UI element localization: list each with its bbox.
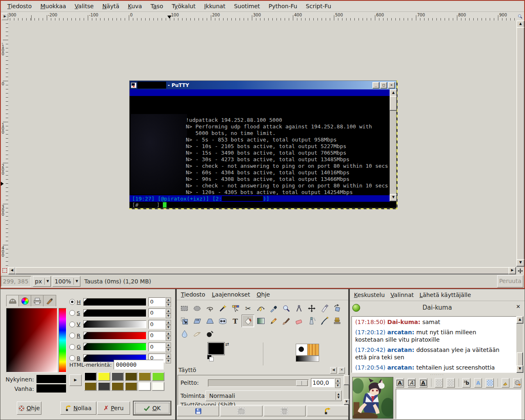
menu-item-ikkunat[interactable]: Ikkunat	[204, 3, 226, 9]
menu-item-script-fu[interactable]: Script-Fu	[306, 3, 331, 9]
tool-scissors[interactable]: ✂	[242, 302, 254, 315]
menu-item-kuva[interactable]: Kuva	[128, 3, 142, 9]
close-options-icon[interactable]: ✕	[338, 367, 345, 374]
close-tab-icon[interactable]: ✕	[516, 304, 520, 310]
palette-swatch[interactable]	[152, 372, 164, 381]
palette-swatch[interactable]	[152, 382, 164, 391]
palette-swatch[interactable]	[98, 372, 110, 381]
active-gradient-swatch[interactable]	[296, 356, 319, 362]
chat-scrollbar[interactable]: ▲ ▼	[516, 316, 523, 373]
background-color-button[interactable]	[486, 378, 494, 388]
quickmask-toggle[interactable]	[1, 267, 8, 274]
tool-clone[interactable]	[331, 315, 343, 327]
saturation-value-square[interactable]	[6, 308, 57, 372]
channel-radio-g[interactable]	[69, 344, 75, 350]
tool-ellipse-select[interactable]	[191, 302, 203, 315]
options-scrollbar[interactable]: ▼	[344, 375, 349, 405]
channel-radio-r[interactable]	[69, 333, 75, 338]
canvas-horizontal-scrollbar[interactable]: ◀ ▶	[8, 267, 516, 274]
tool-rect-select[interactable]	[178, 302, 191, 315]
channel-radio-h[interactable]	[69, 299, 75, 305]
palette-swatch[interactable]	[138, 372, 151, 381]
opacity-spinner[interactable]: ▲▼	[335, 378, 340, 387]
spinner-arrows[interactable]: ▲▼	[166, 297, 171, 306]
ruler-menu-button[interactable]: ▶	[2, 13, 8, 20]
channel-value-r[interactable]: 0	[148, 331, 166, 340]
opacity-slider[interactable]	[208, 379, 309, 387]
tool-rotate[interactable]	[331, 302, 343, 315]
channel-slider-g[interactable]	[83, 343, 146, 351]
tool-select-by-color[interactable]	[229, 302, 242, 315]
nollaa-button[interactable]: Nollaa	[60, 402, 96, 415]
channel-radio-s[interactable]	[69, 310, 75, 316]
html-notation-input[interactable]: 000000	[114, 360, 164, 370]
font-color-button[interactable]: A	[474, 378, 482, 388]
active-pattern-swatch[interactable]	[307, 344, 319, 356]
tab-color-wheel[interactable]	[18, 295, 32, 306]
tool-shear[interactable]	[191, 315, 203, 327]
foreground-color-swatch[interactable]	[208, 342, 224, 355]
italic-button[interactable]: A	[408, 378, 416, 388]
scroll-left-button[interactable]: ◀	[8, 267, 16, 274]
zoom-follow-button[interactable]	[516, 12, 524, 21]
chat-tab[interactable]: Dai-kuma ✕	[350, 301, 525, 315]
palette-swatch[interactable]	[84, 382, 97, 391]
active-brush-swatch[interactable]	[296, 344, 308, 356]
canvas-vertical-scrollbar[interactable]: ▲ ▼	[516, 21, 524, 267]
tab-menu-button[interactable]: ◀	[330, 367, 337, 374]
channel-slider-s[interactable]	[83, 309, 146, 317]
palette-swatch[interactable]	[84, 372, 97, 381]
palette-swatch[interactable]	[125, 382, 137, 391]
spinner-arrows[interactable]: ▲▼	[166, 342, 171, 352]
scrollbar-thumb[interactable]	[344, 375, 349, 385]
menu-item-valitse[interactable]: Valitse	[75, 3, 94, 9]
tool-eraser[interactable]	[292, 315, 305, 327]
peru-button[interactable]: ✗Peru	[97, 402, 130, 415]
mode-select[interactable]: Normaali ▲▼	[205, 390, 342, 401]
tool-gradient[interactable]	[254, 315, 267, 327]
save-options-button[interactable]	[177, 406, 219, 416]
cancel-progress-button[interactable]: Peruuta	[497, 275, 523, 288]
scrollbar-thumb[interactable]	[15, 267, 509, 274]
spinner-arrows[interactable]: ▲▼	[166, 331, 171, 340]
channel-value-g[interactable]: 0	[148, 342, 166, 352]
menu-item-valinnat[interactable]: Valinnat	[390, 292, 414, 298]
default-colors-icon[interactable]	[207, 355, 213, 361]
zoom-select[interactable]: 100% ▼	[52, 276, 80, 287]
palette-swatch[interactable]	[111, 372, 124, 381]
tool-color-picker[interactable]	[267, 302, 280, 315]
resize-grip[interactable]: ·······	[350, 374, 525, 377]
tool-pencil[interactable]	[267, 315, 280, 327]
scroll-up-button[interactable]: ▲	[516, 316, 523, 324]
menu-item-ohje[interactable]: Ohje	[257, 291, 270, 298]
scrollbar-thumb[interactable]	[517, 352, 523, 367]
scroll-down-button[interactable]: ▼	[344, 399, 349, 405]
tool-free-select[interactable]	[203, 302, 216, 315]
bold-button[interactable]: A	[396, 378, 404, 388]
tool-zoom[interactable]	[280, 302, 292, 315]
channel-value-s[interactable]: 0	[148, 308, 166, 317]
spinner-arrows[interactable]: ▲▼	[166, 320, 171, 329]
slider-thumb[interactable]	[296, 380, 308, 386]
spinner-arrows[interactable]: ▲▼	[166, 354, 171, 363]
scroll-right-button[interactable]: ▶	[509, 267, 516, 274]
smiley-menu-button[interactable]: ☺	[513, 378, 521, 388]
channel-slider-h[interactable]	[83, 298, 146, 306]
clear-formatting-button[interactable]	[502, 378, 510, 388]
tool-dodge-burn[interactable]	[203, 327, 216, 340]
vertical-ruler[interactable]: -1000100200300400	[1, 21, 9, 267]
palette-expand-button[interactable]: ▶	[69, 374, 82, 386]
scroll-down-button[interactable]: ▼	[516, 365, 523, 373]
minimize-button[interactable]: _	[372, 82, 379, 89]
channel-slider-r[interactable]	[83, 332, 146, 340]
tab-print-colors[interactable]	[31, 295, 44, 306]
tool-flip[interactable]	[216, 315, 229, 327]
hue-strip[interactable]	[59, 308, 66, 372]
tool-fuzzy-select[interactable]	[216, 302, 229, 315]
menu-item-laajennokset[interactable]: Laajennokset	[212, 291, 250, 298]
channel-value-v[interactable]: 0	[148, 320, 166, 329]
tool-measure[interactable]	[292, 302, 305, 315]
reset-options-button[interactable]	[307, 406, 349, 416]
menu-item-keskustelu[interactable]: Keskustelu	[354, 292, 385, 298]
message-input[interactable]	[396, 389, 521, 419]
